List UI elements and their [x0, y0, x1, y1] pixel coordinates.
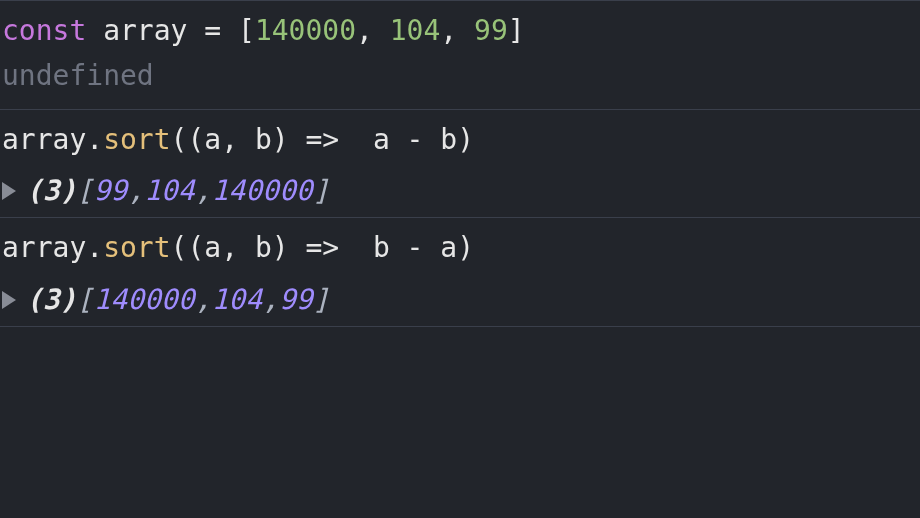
console-entry: array.sort((a, b) => a - b) (3) [99, 104…: [0, 109, 920, 218]
bracket-open: [: [77, 174, 94, 207]
output-number: 104: [211, 283, 262, 316]
output-number: 140000: [93, 283, 194, 316]
identifier: array: [103, 14, 187, 47]
input-line: array.sort((a, b) => b - a): [2, 226, 918, 271]
call-args: ((a, b) => b - a): [171, 231, 474, 264]
output-undefined: undefined: [2, 54, 918, 99]
comma: ,: [195, 174, 212, 207]
dot: .: [86, 123, 103, 156]
output-line: (3) [99, 104, 140000]: [2, 174, 918, 207]
comma: ,: [195, 283, 212, 316]
comma: ,: [127, 174, 144, 207]
identifier: array: [2, 123, 86, 156]
divider: [0, 326, 920, 327]
method-sort: sort: [103, 231, 170, 264]
operator-equals: =: [204, 14, 221, 47]
output-number: 140000: [211, 174, 312, 207]
bracket-open: [: [77, 283, 94, 316]
comma: ,: [262, 283, 279, 316]
keyword-const: const: [2, 14, 86, 47]
method-sort: sort: [103, 123, 170, 156]
identifier: array: [2, 231, 86, 264]
console-entry: array.sort((a, b) => b - a) (3) [140000,…: [0, 217, 920, 326]
number-literal: 99: [474, 14, 508, 47]
expand-icon[interactable]: [2, 182, 16, 200]
array-length: (3): [26, 283, 77, 316]
output-number: 99: [279, 283, 313, 316]
console-entry: const array = [140000, 104, 99] undefine…: [0, 0, 920, 109]
expand-icon[interactable]: [2, 291, 16, 309]
bracket-close: ]: [313, 283, 330, 316]
output-number: 99: [93, 174, 127, 207]
number-literal: 140000: [255, 14, 356, 47]
bracket-open: [: [238, 14, 255, 47]
array-length: (3): [26, 174, 77, 207]
bracket-close: ]: [508, 14, 525, 47]
input-line: array.sort((a, b) => a - b): [2, 118, 918, 163]
bracket-close: ]: [313, 174, 330, 207]
dot: .: [86, 231, 103, 264]
comma: ,: [356, 14, 390, 47]
call-args: ((a, b) => a - b): [171, 123, 474, 156]
comma: ,: [440, 14, 474, 47]
output-line: (3) [140000, 104, 99]: [2, 283, 918, 316]
output-number: 104: [144, 174, 195, 207]
input-line: const array = [140000, 104, 99]: [2, 9, 918, 54]
number-literal: 104: [390, 14, 441, 47]
